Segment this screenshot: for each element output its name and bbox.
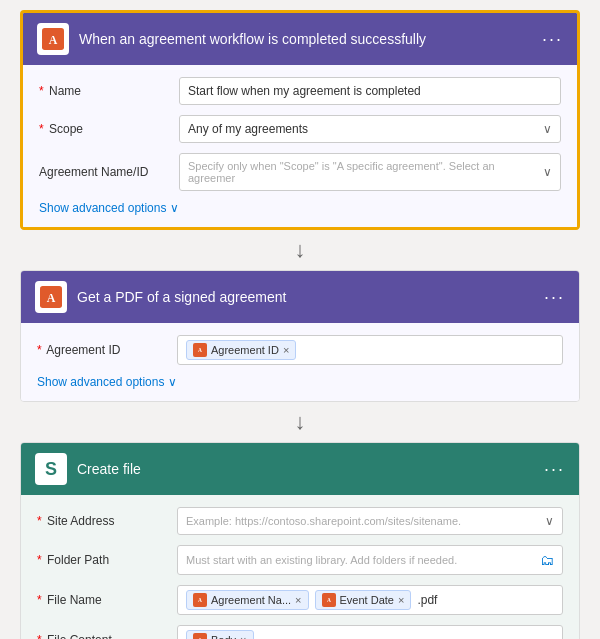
pdf-card-title: Get a PDF of a signed agreement xyxy=(77,289,534,305)
agreement-id-tag-close[interactable]: × xyxy=(283,344,289,356)
folder-path-row: * Folder Path Must start with an existin… xyxy=(37,545,563,575)
trigger-card-body: * Name Start flow when my agreement is c… xyxy=(23,65,577,227)
trigger-name-input[interactable]: Start flow when my agreement is complete… xyxy=(179,77,561,105)
agreement-dropdown-arrow: ∨ xyxy=(543,165,552,179)
pdf-card: A Get a PDF of a signed agreement ··· * … xyxy=(20,270,580,402)
pdf-menu-button[interactable]: ··· xyxy=(544,287,565,308)
sharepoint-icon: S xyxy=(35,453,67,485)
agreement-id-tag: A Agreement ID × xyxy=(186,340,296,360)
file-content-label: * File Content xyxy=(37,633,167,639)
folder-path-label: * Folder Path xyxy=(37,553,167,567)
trigger-menu-button[interactable]: ··· xyxy=(542,29,563,50)
site-address-label: * Site Address xyxy=(37,514,167,528)
file-content-input[interactable]: A Body × xyxy=(177,625,563,639)
pdf-agreement-id-label: * Agreement ID xyxy=(37,343,167,357)
agreement-name-tag-close[interactable]: × xyxy=(295,594,301,606)
trigger-card-title: When an agreement workflow is completed … xyxy=(79,31,532,47)
tag-acrobat-icon: A xyxy=(193,343,207,357)
flow-container: A When an agreement workflow is complete… xyxy=(10,10,590,639)
event-date-tag-close[interactable]: × xyxy=(398,594,404,606)
tag-acrobat-icon-2: A xyxy=(193,593,207,607)
acrobat-icon-pdf: A xyxy=(35,281,67,313)
svg-text:A: A xyxy=(49,33,58,47)
folder-icon: 🗂 xyxy=(540,552,554,568)
tag-acrobat-icon-3: A xyxy=(322,593,336,607)
scope-dropdown-arrow: ∨ xyxy=(543,122,552,136)
trigger-card: A When an agreement workflow is complete… xyxy=(20,10,580,230)
file-name-row: * File Name A Agreement Na... × A xyxy=(37,585,563,615)
connector-1: ↓ xyxy=(295,230,306,270)
trigger-name-label: * Name xyxy=(39,84,169,98)
folder-path-input[interactable]: Must start with an existing library. Add… xyxy=(177,545,563,575)
tag-acrobat-icon-4: A xyxy=(193,633,207,639)
trigger-agreement-input[interactable]: Specify only when "Scope" is "A specific… xyxy=(179,153,561,191)
file-name-input[interactable]: A Agreement Na... × A Event Date × .pdf xyxy=(177,585,563,615)
site-address-row: * Site Address Example: https://contoso.… xyxy=(37,507,563,535)
pdf-card-body: * Agreement ID A Agreement ID × Show adv… xyxy=(21,323,579,401)
connector-2: ↓ xyxy=(295,402,306,442)
event-date-tag: A Event Date × xyxy=(315,590,412,610)
trigger-agreement-row: Agreement Name/ID Specify only when "Sco… xyxy=(39,153,561,191)
createfile-card-title: Create file xyxy=(77,461,534,477)
site-address-dropdown-arrow: ∨ xyxy=(545,514,554,528)
file-content-row: * File Content A Body × xyxy=(37,625,563,639)
svg-text:A: A xyxy=(327,597,331,603)
svg-text:A: A xyxy=(198,347,202,353)
svg-text:A: A xyxy=(198,597,202,603)
file-suffix: .pdf xyxy=(417,593,437,607)
file-name-label: * File Name xyxy=(37,593,167,607)
createfile-card-header: S Create file ··· xyxy=(21,443,579,495)
trigger-scope-row: * Scope Any of my agreements ∨ xyxy=(39,115,561,143)
trigger-agreement-label: Agreement Name/ID xyxy=(39,165,169,179)
trigger-scope-label: * Scope xyxy=(39,122,169,136)
chevron-down-icon-2: ∨ xyxy=(168,375,177,389)
acrobat-icon-trigger: A xyxy=(37,23,69,55)
body-tag-close[interactable]: × xyxy=(240,634,246,639)
site-address-input[interactable]: Example: https://contoso.sharepoint.com/… xyxy=(177,507,563,535)
trigger-card-header: A When an agreement workflow is complete… xyxy=(23,13,577,65)
trigger-show-advanced[interactable]: Show advanced options ∨ xyxy=(39,201,561,215)
createfile-menu-button[interactable]: ··· xyxy=(544,459,565,480)
chevron-down-icon: ∨ xyxy=(170,201,179,215)
createfile-card-body: * Site Address Example: https://contoso.… xyxy=(21,495,579,639)
createfile-card: S Create file ··· * Site Address Example… xyxy=(20,442,580,639)
trigger-scope-input[interactable]: Any of my agreements ∨ xyxy=(179,115,561,143)
body-tag: A Body × xyxy=(186,630,254,639)
svg-text:A: A xyxy=(47,291,56,305)
trigger-name-row: * Name Start flow when my agreement is c… xyxy=(39,77,561,105)
agreement-name-tag: A Agreement Na... × xyxy=(186,590,309,610)
pdf-card-header: A Get a PDF of a signed agreement ··· xyxy=(21,271,579,323)
pdf-agreement-id-row: * Agreement ID A Agreement ID × xyxy=(37,335,563,365)
pdf-agreement-id-input[interactable]: A Agreement ID × xyxy=(177,335,563,365)
pdf-show-advanced[interactable]: Show advanced options ∨ xyxy=(37,375,563,389)
